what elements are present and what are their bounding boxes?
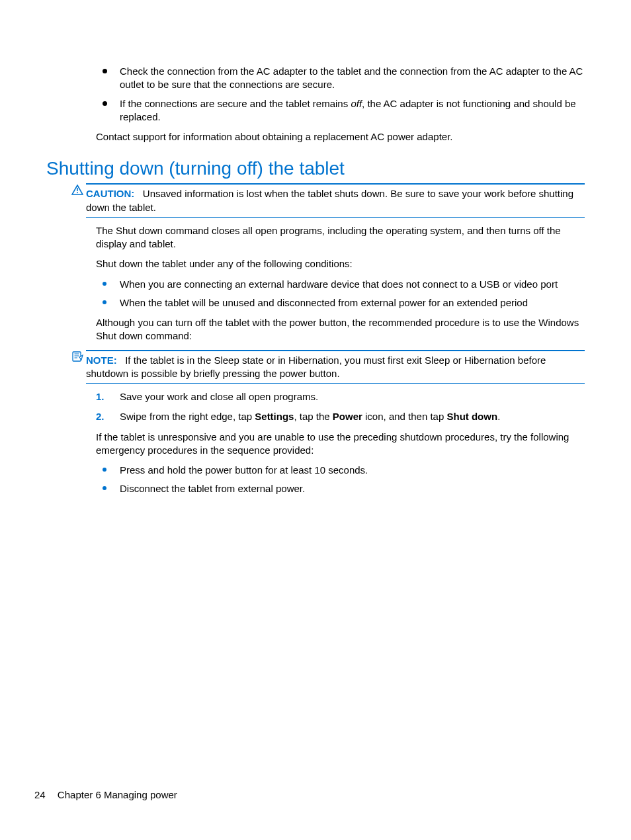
paragraph: Although you can turn off the tablet wit…	[96, 316, 585, 343]
emphasized-text: off	[351, 98, 362, 109]
svg-rect-2	[73, 352, 81, 361]
emergency-list: Press and hold the power button for at l…	[96, 464, 585, 496]
list-item: When the tablet will be unused and disco…	[96, 296, 585, 310]
bold-text: Power	[333, 411, 362, 422]
step-text: .	[497, 411, 500, 422]
steps-list: 1. Save your work and close all open pro…	[96, 390, 585, 424]
list-item: If the connections are secure and the ta…	[96, 97, 585, 124]
page-footer: 24 Chapter 6 Managing power	[34, 789, 177, 800]
note-text	[120, 355, 125, 366]
step-number: 2.	[96, 410, 105, 423]
page-number: 24	[34, 789, 46, 800]
step-number: 1.	[96, 390, 105, 403]
svg-point-1	[77, 192, 78, 194]
step-text: Swipe from the right edge, tap	[120, 411, 255, 422]
warning-icon	[71, 185, 83, 198]
section-heading: Shutting down (turning off) the tablet	[46, 158, 585, 179]
note-icon	[71, 351, 83, 365]
note-label: NOTE:	[86, 355, 117, 366]
list-item: Press and hold the power button for at l…	[96, 464, 585, 477]
content-area: The Shut down command closes all open pr…	[96, 224, 585, 343]
paragraph: The Shut down command closes all open pr…	[96, 224, 585, 251]
caution-label: CAUTION:	[86, 188, 134, 199]
bold-text: Shut down	[446, 411, 497, 422]
conditions-list: When you are connecting an external hard…	[96, 278, 585, 310]
step-text: Save your work and close all open progra…	[120, 391, 318, 402]
paragraph: Shut down the tablet under any of the fo…	[96, 257, 585, 271]
step-item: 1. Save your work and close all open pro…	[96, 390, 585, 403]
divider	[86, 217, 585, 218]
caution-text: Unsaved information is lost when the tab…	[86, 188, 573, 212]
document-page: Check the connection from the AC adapter…	[0, 0, 631, 840]
paragraph: Contact support for information about ob…	[96, 130, 585, 144]
note-callout: NOTE: If the tablet is in the Sleep stat…	[86, 351, 585, 381]
step-text: , tap the	[294, 411, 332, 422]
paragraph: If the tablet is unresponsive and you ar…	[96, 431, 585, 458]
divider	[86, 383, 585, 384]
step-text: icon, and then tap	[362, 411, 447, 422]
caution-callout: CAUTION: Unsaved information is lost whe…	[86, 185, 585, 214]
chapter-label: Chapter 6 Managing power	[58, 789, 177, 800]
step-item: 2. Swipe from the right edge, tap Settin…	[96, 410, 585, 423]
caution-text	[138, 188, 143, 199]
content-area: Check the connection from the AC adapter…	[96, 65, 585, 144]
text: If the connections are secure and the ta…	[120, 98, 351, 109]
intro-bullet-list: Check the connection from the AC adapter…	[96, 65, 585, 124]
content-area: 1. Save your work and close all open pro…	[96, 390, 585, 496]
list-item: Check the connection from the AC adapter…	[96, 65, 585, 92]
list-item: Disconnect the tablet from external powe…	[96, 482, 585, 495]
note-text: If the tablet is in the Sleep state or i…	[86, 355, 546, 379]
bold-text: Settings	[255, 411, 294, 422]
list-item: When you are connecting an external hard…	[96, 278, 585, 291]
